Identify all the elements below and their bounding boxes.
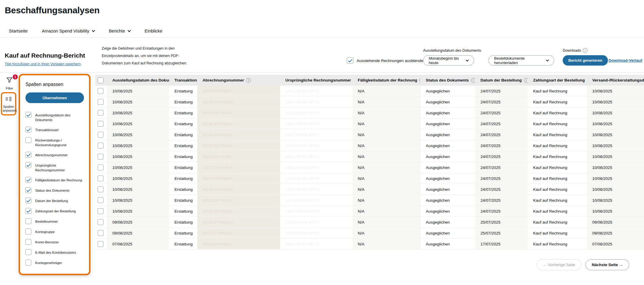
download-order-docs-dropdown[interactable]: Bestelldokumente herunterladen: [488, 55, 554, 66]
column-option-checkbox[interactable]: [25, 249, 31, 255]
row-checkbox[interactable]: [98, 165, 103, 170]
column-option[interactable]: Ursprüngliche Rechnungsnummer: [25, 162, 84, 172]
column-option[interactable]: Rückerstattungs-/ Rücksendungsgrund: [25, 137, 84, 147]
column-option[interactable]: Abrechnungsnummer: [25, 152, 84, 158]
column-option-checkbox[interactable]: [25, 187, 31, 193]
cell-ship-refund-date: 10/08/2025: [587, 129, 644, 140]
column-option-checkbox[interactable]: [25, 152, 31, 158]
column-option-checkbox[interactable]: [25, 127, 31, 133]
column-option-checkbox[interactable]: [25, 218, 31, 224]
column-header[interactable]: Fälligkeitsdatum der Rechnung: [352, 78, 420, 83]
table-row: 10/08/2025 Erstattung DESC0CFABEC 14CJ-6…: [95, 108, 644, 118]
customize-columns-rail-button[interactable]: Spalten anpassen: [1, 92, 16, 115]
row-checkbox[interactable]: [98, 154, 103, 159]
cell-issue-date: 10/08/2025: [107, 173, 169, 184]
rail-divider: [17, 73, 17, 197]
row-checkbox[interactable]: [98, 110, 103, 116]
settlement-number-redacted: DESC0CFABEC: [203, 100, 234, 104]
column-header[interactable]: Status des Dokuments: [420, 78, 475, 83]
cell-document-status: Ausgeglichen: [420, 195, 475, 206]
column-option[interactable]: Transaktionsart: [25, 127, 84, 133]
column-option[interactable]: Konto-Benutzer: [25, 239, 84, 245]
row-checkbox[interactable]: [98, 241, 103, 247]
row-checkbox[interactable]: [98, 99, 103, 105]
column-header[interactable]: Datum der Bestellung: [475, 78, 528, 83]
download-history-link[interactable]: Download-Verlauf: [609, 58, 642, 63]
cell-due-date: N/A: [352, 228, 420, 238]
column-option[interactable]: Zahlungsart der Bestellung: [25, 208, 84, 214]
nav-item[interactable]: Berichte: [109, 28, 130, 33]
next-page-button[interactable]: Nächste Seite →: [585, 259, 629, 270]
row-checkbox[interactable]: [98, 230, 103, 236]
column-option[interactable]: Datum der Bestellung: [25, 198, 84, 203]
row-checkbox[interactable]: [98, 132, 103, 138]
customize-columns-rail-label: Spalten anpassen: [3, 105, 14, 113]
column-option-checkbox[interactable]: [25, 112, 31, 118]
cell-settlement-number: DESC0CFABEC: [197, 162, 280, 173]
hide-pending-invoices-toggle[interactable]: Ausstehende Rechnungen ausblenden: [347, 57, 425, 64]
column-option-checkbox[interactable]: [25, 229, 31, 234]
column-option[interactable]: Bestellnummer: [25, 218, 84, 224]
column-header[interactable]: Zahlungsart der Bestellung: [528, 78, 587, 83]
column-option-checkbox[interactable]: [25, 198, 31, 203]
nav-item[interactable]: Startseite: [9, 28, 27, 33]
column-option-label: Status des Dokuments: [35, 187, 69, 193]
date-filter-dropdown[interactable]: Monatsbeginn bis heute: [423, 55, 474, 66]
column-option[interactable]: Status des Dokuments: [25, 187, 84, 193]
cell-settlement-number: DESC0CFABEC: [197, 129, 280, 140]
nav-item[interactable]: Einblicke: [145, 28, 162, 33]
row-checkbox[interactable]: [98, 88, 103, 94]
cell-issue-date: 07/08/2025: [107, 239, 169, 249]
row-checkbox[interactable]: [98, 186, 103, 192]
column-header[interactable]: Versand-/Rückerstattungsdatum: [587, 78, 644, 82]
column-option-checkbox[interactable]: [25, 162, 31, 168]
cell-transaction-type: Erstattung: [169, 140, 197, 151]
row-checkbox[interactable]: [98, 219, 103, 225]
cell-transaction-type: Erstattung: [169, 86, 197, 96]
column-header[interactable]: Ausstellungsdatum des Dokuments: [107, 78, 169, 83]
cell-issue-date: 09/08/2025: [107, 228, 169, 238]
info-icon[interactable]: [246, 78, 251, 83]
nav-item[interactable]: Amazon Spend Visibility: [42, 28, 95, 33]
original-invoice-redacted: 14CJ-6H79-XPYC: [285, 165, 320, 170]
cell-payment-method: Kauf auf Rechnung: [528, 228, 587, 238]
row-checkbox[interactable]: [98, 175, 103, 181]
column-option[interactable]: Kontogruppe: [25, 229, 84, 234]
apply-columns-button[interactable]: Übernehmen: [25, 92, 84, 103]
column-option-checkbox[interactable]: [25, 239, 31, 245]
row-checkbox[interactable]: [98, 143, 103, 149]
filter-rail-button[interactable]: 1 Filter: [3, 76, 16, 90]
column-option[interactable]: E-Mail des Kontobenutzers: [25, 249, 84, 255]
info-icon[interactable]: [524, 78, 528, 83]
column-header[interactable]: Ursprüngliche Rechnungsnummer: [280, 78, 352, 83]
column-option[interactable]: Kontogenehmiger: [25, 260, 84, 266]
column-option[interactable]: Ausstellungsdatum des Dokuments: [25, 112, 84, 122]
column-header[interactable]: Abrechnungsnummer: [197, 78, 280, 83]
cell-ship-refund-date: 10/08/2025: [587, 86, 644, 96]
hide-pending-checkbox[interactable]: [347, 57, 353, 64]
column-option-checkbox[interactable]: [25, 260, 31, 266]
generate-report-button[interactable]: Bericht generieren: [563, 55, 608, 66]
column-option-checkbox[interactable]: [25, 137, 31, 143]
info-icon[interactable]: [583, 48, 588, 53]
cell-ship-refund-date: 10/08/2025: [587, 184, 644, 195]
info-icon[interactable]: [471, 78, 475, 83]
previous-page-button[interactable]: ← Vorherige Seite: [537, 259, 582, 270]
cell-issue-date: 10/08/2025: [107, 97, 169, 107]
column-option-checkbox[interactable]: [25, 177, 31, 183]
column-option-checkbox[interactable]: [25, 208, 31, 214]
column-header[interactable]: Transaktionsart: [169, 78, 197, 83]
row-checkbox[interactable]: [98, 208, 103, 214]
settlement-number-redacted: DESC07NABEC: [203, 220, 234, 224]
column-option-label: Ursprüngliche Rechnungsnummer: [35, 162, 84, 172]
row-checkbox[interactable]: [98, 197, 103, 203]
column-option-label: Kontogenehmiger: [35, 260, 62, 265]
select-all-checkbox[interactable]: [98, 77, 103, 83]
row-checkbox[interactable]: [98, 121, 103, 127]
column-option[interactable]: Fälligkeitsdatum der Rechnung: [25, 177, 84, 183]
column-option-label: Fälligkeitsdatum der Rechnung: [35, 177, 82, 183]
cell-issue-date: 10/08/2025: [107, 108, 169, 118]
cell-original-invoice: 14CJ-6H79-XPYC: [280, 129, 352, 140]
save-title-link[interactable]: Titel hinzufügen und in Ihren Vorlagen s…: [5, 62, 81, 66]
nav-item-label: Startseite: [9, 28, 27, 33]
